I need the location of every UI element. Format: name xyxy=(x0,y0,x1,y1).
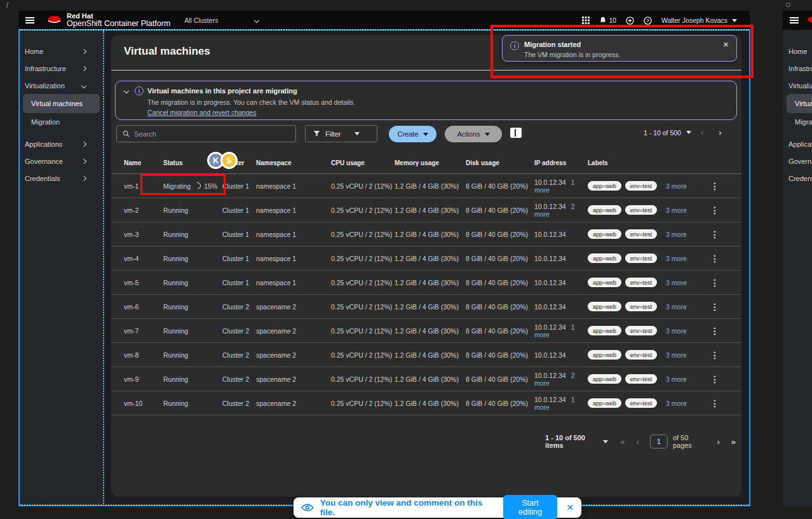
chevron-right-icon xyxy=(81,158,86,163)
filter-button[interactable]: Filter xyxy=(305,125,377,142)
labels-more-link[interactable]: 3 more xyxy=(666,400,687,407)
table-row: vm-8RunningCluster 2spacename 20.25 vCPU… xyxy=(111,343,741,367)
migration-toast: i Migration started The VM migration is … xyxy=(502,35,737,62)
row-kebab-menu-icon[interactable]: ⋮ xyxy=(702,181,727,191)
frame2-label-icon xyxy=(786,3,790,7)
row-kebab-menu-icon[interactable]: ⋮ xyxy=(702,205,727,215)
status-label: Running xyxy=(163,279,188,286)
start-editing-button[interactable]: Start editing xyxy=(503,495,558,519)
caret-down-icon xyxy=(686,131,691,134)
menu-toggle-icon[interactable] xyxy=(25,17,34,24)
current-page-input[interactable] xyxy=(650,435,668,448)
sidebar-item-virtualization[interactable]: Virtualization xyxy=(19,77,104,94)
user-menu[interactable]: Walter Joseph Kovacs xyxy=(661,17,737,24)
sidebar-item-governance[interactable]: Governance xyxy=(783,152,812,170)
label-pill: env=test xyxy=(625,205,657,215)
masthead: Red Hat OpenShift Container Platform All… xyxy=(19,11,750,30)
row-kebab-menu-icon[interactable]: ⋮ xyxy=(702,229,727,239)
sidebar-item-infrastructure[interactable]: Infrastructure xyxy=(19,60,104,77)
app-launcher-icon[interactable] xyxy=(582,17,590,24)
labels-more-link[interactable]: 3 more xyxy=(666,206,687,214)
search-placeholder: Search xyxy=(134,130,156,138)
first-page-button[interactable]: « xyxy=(614,437,630,447)
sidebar-item-home[interactable]: Home xyxy=(19,43,104,60)
notifications-bell-icon[interactable]: 10 xyxy=(599,17,616,24)
disk-cell: 8 GiB / 40 GiB (20%) xyxy=(466,182,534,190)
labels-more-link[interactable]: 3 more xyxy=(666,255,687,262)
status-cell: Running xyxy=(163,206,222,214)
labels-more-link[interactable]: 3 more xyxy=(666,303,687,311)
frame2-masthead xyxy=(783,11,812,30)
search-input[interactable]: Search xyxy=(116,125,296,142)
row-kebab-menu-icon[interactable]: ⋮ xyxy=(702,398,727,408)
labels-more-link[interactable]: 3 more xyxy=(666,231,687,238)
previous-page-button[interactable]: ‹ xyxy=(631,437,645,447)
sidebar-item-label: Infrastructure xyxy=(788,65,812,72)
vm-name-cell: vm-7 xyxy=(124,327,163,335)
disk-cell: 8 GiB / 40 GiB (20%) xyxy=(466,327,534,335)
table-row: vm-1Migrating15%Cluster 1namespace 10.25… xyxy=(111,174,741,198)
labels-cell: app=webenv=test3 more xyxy=(588,302,702,311)
next-page-button[interactable]: › xyxy=(713,128,727,137)
pagination-summary[interactable]: 1 - 10 of 500 xyxy=(644,129,681,137)
status-label: Running xyxy=(163,375,188,383)
create-button[interactable]: Create xyxy=(389,126,436,142)
cluster-selector[interactable]: All Clusters xyxy=(184,17,259,24)
items-summary[interactable]: 1 - 10 of 500 items xyxy=(545,434,598,449)
row-kebab-menu-icon[interactable]: ⋮ xyxy=(702,302,727,312)
alert-description: The migration is in progress. You can ch… xyxy=(147,98,355,106)
table-row: vm-7RunningCluster 2spacename 20.25 vCPU… xyxy=(111,319,741,343)
manage-columns-icon[interactable] xyxy=(510,128,522,138)
sidebar-item-migration[interactable]: Migration xyxy=(19,113,104,130)
sidebar-item-applications[interactable]: Applications xyxy=(783,135,812,152)
sidebar-item-credentials[interactable]: Credentials xyxy=(783,170,812,187)
sidebar-item-label: Credentials xyxy=(788,175,812,182)
sidebar-item-infrastructure[interactable]: Infrastructure xyxy=(783,60,812,77)
sidebar-item-virtualization[interactable]: Virtualization xyxy=(783,77,812,94)
ip-address: 10.0.12.34 xyxy=(534,279,566,286)
pagination-bottom: 1 - 10 of 500 items « ‹ of 50 pages › » xyxy=(545,434,741,449)
labels-more-link[interactable]: 3 more xyxy=(666,375,687,383)
label-pill: env=test xyxy=(625,350,657,360)
redhat-logo-icon xyxy=(46,14,63,26)
labels-more-link[interactable]: 3 more xyxy=(666,182,687,190)
menu-toggle-icon[interactable] xyxy=(790,17,799,24)
namespace-cell: spacename 2 xyxy=(256,351,331,359)
cancel-migration-link[interactable]: Cancel migration and revert changes xyxy=(147,109,257,116)
row-kebab-menu-icon[interactable]: ⋮ xyxy=(702,326,727,336)
row-kebab-menu-icon[interactable]: ⋮ xyxy=(702,350,727,360)
sidebar-item-label: Migration xyxy=(31,118,60,126)
sidebar-item-applications[interactable]: Applications xyxy=(19,135,104,152)
row-kebab-menu-icon[interactable]: ⋮ xyxy=(702,253,727,264)
sidebar-item-migration[interactable]: Migration xyxy=(783,113,812,130)
sidebar-item-virtual-machines[interactable]: Virtual machines xyxy=(23,94,100,113)
label-pill: app=web xyxy=(588,229,621,239)
vm-name-cell: vm-3 xyxy=(124,231,163,238)
close-icon[interactable]: ✕ xyxy=(723,41,729,49)
sidebar-item-governance[interactable]: Governance xyxy=(19,152,104,170)
close-icon[interactable]: ✕ xyxy=(564,502,574,513)
ip-address: 10.0.12.34 xyxy=(534,303,566,311)
alert-collapse-chevron-icon[interactable] xyxy=(124,88,129,93)
sidebar-item-home[interactable]: Home xyxy=(783,43,812,60)
cpu-cell: 0.25 vCPU / 2 (12%) xyxy=(331,182,395,190)
ip-address-cell: 10.0.12.34 xyxy=(534,279,588,286)
plus-circle-icon[interactable] xyxy=(626,17,634,25)
table-row: vm-4RunningCluster 1namespace 10.25 vCPU… xyxy=(111,246,741,271)
ip-address: 10.0.12.34 xyxy=(534,372,566,379)
labels-more-link[interactable]: 3 more xyxy=(666,351,687,359)
cpu-cell: 0.25 vCPU / 2 (12%) xyxy=(331,400,395,407)
labels-more-link[interactable]: 3 more xyxy=(666,327,687,335)
row-kebab-menu-icon[interactable]: ⋮ xyxy=(702,278,727,288)
labels-more-link[interactable]: 3 more xyxy=(666,279,687,286)
row-kebab-menu-icon[interactable]: ⋮ xyxy=(702,374,727,384)
next-page-button[interactable]: › xyxy=(711,437,725,447)
cluster-cell: Cluster 2 xyxy=(222,303,256,311)
sidebar-item-credentials[interactable]: Credentials xyxy=(19,170,104,187)
actions-button[interactable]: Actions xyxy=(445,126,502,142)
previous-page-button[interactable]: ‹ xyxy=(695,128,709,137)
help-icon[interactable]: ? xyxy=(644,17,652,25)
memory-cell: 1.2 GiB / 4 GiB (30%) xyxy=(395,327,466,335)
sidebar-item-virtual-machines[interactable]: Virtual machines xyxy=(787,94,812,113)
last-page-button[interactable]: » xyxy=(726,437,741,447)
